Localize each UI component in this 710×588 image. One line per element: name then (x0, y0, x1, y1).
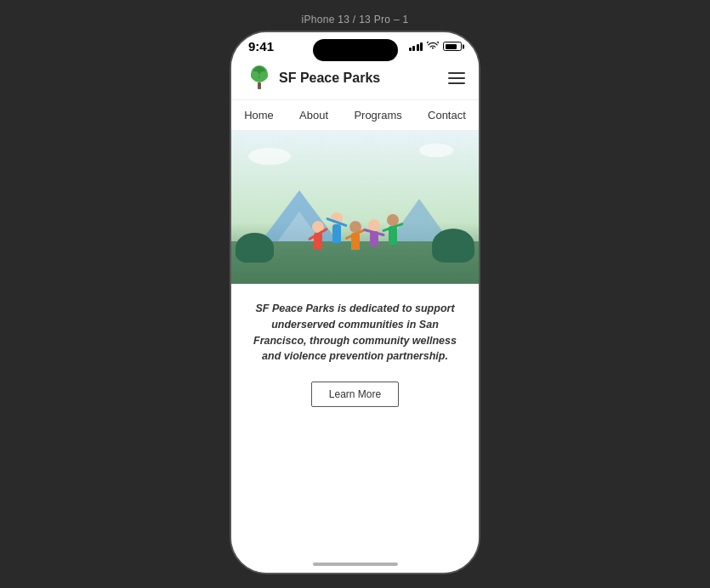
status-icons (409, 42, 463, 52)
learn-more-button[interactable]: Learn More (311, 382, 399, 407)
status-time: 9:41 (248, 39, 274, 54)
cloud-1 (248, 148, 291, 165)
hamburger-button[interactable] (448, 72, 465, 84)
nav-home[interactable]: Home (239, 107, 279, 123)
main-content: SF Peace Parks is dedicated to support u… (231, 284, 479, 573)
nav-about[interactable]: About (294, 107, 333, 123)
person-5 (387, 214, 399, 245)
svg-point-4 (259, 71, 268, 80)
phone-frame: 9:41 (230, 31, 480, 574)
app-title: SF Peace Parks (279, 71, 380, 86)
tree-icon (245, 64, 274, 93)
person-4 (368, 219, 380, 246)
device-label: iPhone 13 / 13 Pro – 1 (301, 14, 408, 25)
top-nav: SF Peace Parks (231, 57, 479, 99)
person-1 (312, 221, 324, 250)
wifi-icon (427, 42, 439, 52)
svg-point-3 (251, 71, 259, 80)
nav-programs[interactable]: Programs (349, 107, 406, 123)
hero-description: SF Peace Parks is dedicated to support u… (245, 301, 465, 365)
person-3 (349, 221, 361, 250)
cloud-2 (419, 144, 453, 157)
people-group (312, 212, 399, 250)
logo-area: SF Peace Parks (245, 64, 380, 93)
battery-icon (443, 42, 462, 51)
dynamic-island (313, 39, 398, 61)
nav-contact[interactable]: Contact (423, 107, 471, 123)
signal-icon (409, 42, 423, 51)
svg-rect-1 (258, 82, 261, 89)
person-2 (331, 212, 343, 243)
bush-left (236, 233, 274, 263)
scene (231, 131, 479, 284)
nav-menu: Home About Programs Contact (231, 99, 479, 131)
home-indicator (313, 563, 398, 566)
app-content: SF Peace Parks Home About Programs Conta… (231, 57, 479, 573)
bush-right (432, 229, 474, 263)
hero-image (231, 131, 479, 284)
